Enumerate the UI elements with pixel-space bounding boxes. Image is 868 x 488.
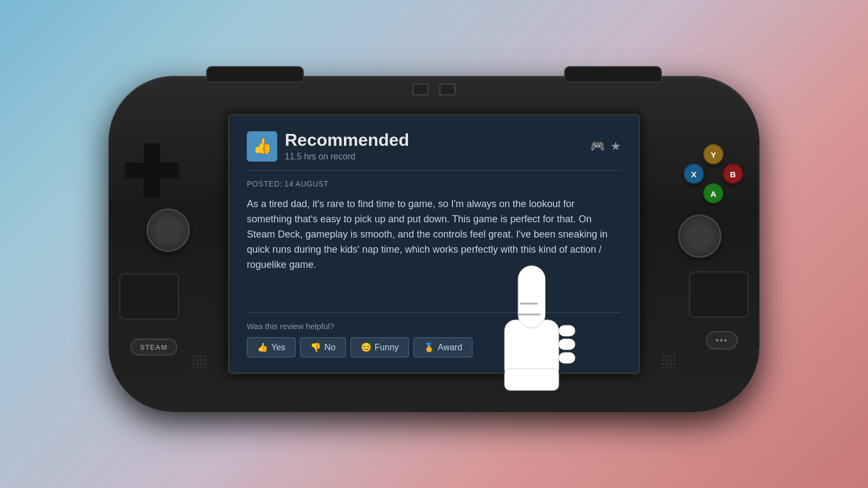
posted-date: POSTED: 14 AUGUST [247, 179, 621, 188]
grille-dot [196, 355, 199, 357]
screen: 👍 Recommended 11.5 hrs on record 🎮 ★ POS… [228, 114, 640, 374]
steam-deck-device: STEAM 👍 Recommended 11.5 hrs on record 🎮 [108, 60, 760, 428]
right-trackpad [689, 272, 749, 318]
deck-compat-icon: 🎮 [590, 139, 605, 153]
grille-dot [673, 367, 675, 369]
review-header: 👍 Recommended 11.5 hrs on record 🎮 ★ [247, 131, 621, 171]
three-dots-button[interactable]: ••• [706, 331, 738, 350]
grille-dot [666, 355, 668, 357]
recommended-label: Recommended [285, 131, 409, 150]
left-speaker-grille [193, 355, 206, 369]
yes-icon: 👍 [257, 342, 268, 352]
funny-button[interactable]: 😊 Funny [350, 337, 409, 357]
grille-col-3 [669, 355, 672, 369]
grille-dot [669, 355, 672, 357]
right-speaker-grille [662, 355, 675, 369]
grille-dot [193, 355, 195, 357]
grille-dot [204, 367, 206, 369]
grille-dot [204, 363, 206, 365]
grille-col-2 [666, 355, 668, 369]
grille-dot [669, 367, 672, 369]
review-header-icons: 🎮 ★ [590, 139, 621, 153]
abxy-buttons: Y X B A [684, 144, 743, 204]
grille-dot [673, 355, 675, 357]
grille-dot [666, 359, 668, 361]
grille-dot [662, 355, 664, 357]
right-joystick [678, 215, 722, 258]
helpful-buttons: 👍 Yes 👎 No 😊 Funny 🏅 [247, 337, 621, 357]
left-controls: STEAM [119, 133, 190, 356]
left-joystick [146, 209, 190, 252]
helpful-question: Was this review helpful? [247, 322, 621, 331]
grille-dot [193, 363, 195, 365]
grille-dot [666, 367, 668, 369]
grille-dot [196, 367, 199, 369]
dpad [125, 144, 179, 198]
grille-dot [200, 363, 202, 365]
grille-dot [669, 363, 672, 365]
grille-dot [200, 355, 202, 357]
no-icon: 👎 [310, 342, 321, 352]
top-center-controls [412, 84, 456, 95]
grille-dot [193, 359, 195, 361]
no-button[interactable]: 👎 No [300, 337, 346, 357]
grille-col-3 [200, 355, 202, 369]
right-bumper [564, 66, 662, 82]
grille-dot [673, 359, 675, 361]
top-right-small-button [439, 84, 456, 95]
steam-button[interactable]: STEAM [130, 339, 177, 356]
grille-col-1 [193, 355, 195, 369]
recommended-thumb-icon: 👍 [247, 131, 277, 162]
funny-icon: 😊 [361, 342, 372, 352]
top-left-small-button [412, 84, 429, 95]
award-button[interactable]: 🏅 Award [413, 337, 473, 357]
grille-col-4 [673, 355, 675, 369]
grille-dot [673, 363, 675, 365]
grille-dot [193, 367, 195, 369]
grille-col-2 [196, 355, 199, 369]
grille-dot [662, 367, 664, 369]
grille-dot [662, 363, 664, 365]
a-button[interactable]: A [703, 183, 724, 204]
grille-dot [666, 363, 668, 365]
b-button[interactable]: B [723, 164, 743, 184]
grille-dot [200, 367, 202, 369]
grille-dot [204, 359, 206, 361]
left-trackpad [119, 274, 179, 320]
review-header-left: 👍 Recommended 11.5 hrs on record [247, 131, 409, 162]
review-divider [247, 312, 621, 313]
grille-dot [196, 363, 199, 365]
grille-col-4 [204, 355, 206, 369]
grille-col-1 [662, 355, 664, 369]
grille-dot [662, 359, 664, 361]
y-button[interactable]: Y [703, 144, 724, 165]
review-title: Recommended 11.5 hrs on record [285, 131, 409, 162]
grille-dot [200, 359, 202, 361]
hours-on-record: 11.5 hrs on record [285, 152, 409, 162]
right-controls: Y X B A ••• [678, 139, 749, 350]
left-bumper [206, 66, 304, 82]
award-icon: 🏅 [424, 342, 435, 352]
star-icon: ★ [610, 139, 621, 153]
review-container: 👍 Recommended 11.5 hrs on record 🎮 ★ POS… [229, 115, 639, 373]
grille-dot [204, 355, 206, 357]
x-button[interactable]: X [684, 164, 704, 184]
grille-dot [669, 359, 672, 361]
review-body: As a tired dad, it's rare to find time t… [247, 197, 621, 304]
yes-button[interactable]: 👍 Yes [247, 337, 296, 357]
deck-body: STEAM 👍 Recommended 11.5 hrs on record 🎮 [108, 76, 760, 412]
dpad-vertical [144, 144, 160, 198]
grille-dot [196, 359, 199, 361]
helpful-section: Was this review helpful? 👍 Yes 👎 No 😊 [247, 322, 621, 357]
